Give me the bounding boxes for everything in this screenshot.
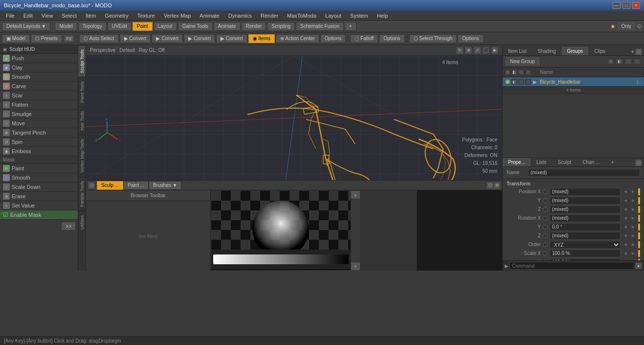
rotation-z-right-arrow[interactable]: ▶ <box>630 233 636 238</box>
position-z-right-arrow[interactable]: ▶ <box>630 207 636 211</box>
tab-groups[interactable]: Groups <box>562 47 589 55</box>
command-input[interactable] <box>510 262 634 270</box>
menu-system[interactable]: System <box>346 12 372 19</box>
tool-mask-smooth[interactable]: ~ Smooth <box>0 173 78 183</box>
menu-render[interactable]: Render <box>257 12 282 19</box>
expand-panel-icon[interactable]: ⬡ <box>487 182 493 189</box>
group-box1-icon[interactable]: □ <box>624 58 632 65</box>
menu-item[interactable]: Item <box>82 12 100 19</box>
position-y-right-arrow[interactable]: ▶ <box>630 198 636 203</box>
position-x-radio[interactable] <box>543 189 548 194</box>
action-center-button[interactable]: ⊕ Action Center <box>276 34 319 43</box>
perspective-label[interactable]: Perspective <box>90 47 115 53</box>
sidetab-sculpt-tools[interactable]: Sculpt Tools <box>78 45 86 77</box>
position-z-radio[interactable] <box>543 207 548 212</box>
default-layouts-dropdown[interactable]: Default Layouts ▼ <box>2 22 50 31</box>
vp-fit-icon[interactable]: ⤢ <box>474 47 481 54</box>
convert-button-3[interactable]: ▶ Convert <box>184 34 215 43</box>
position-x-left-arrow[interactable]: ◀ <box>622 189 628 194</box>
rotation-y-left-arrow[interactable]: ◀ <box>622 225 628 229</box>
tab-sculpt-props[interactable]: Sculpt <box>553 158 577 166</box>
position-y-radio[interactable] <box>543 198 548 203</box>
tab-model[interactable]: Model <box>55 22 77 31</box>
scale-x-radio[interactable] <box>543 251 548 256</box>
menu-maxtomodo[interactable]: MaxToModo <box>283 12 320 19</box>
tool-move[interactable]: ↔ Move <box>0 119 78 128</box>
scroll-down-icon[interactable]: ▼ <box>351 262 360 270</box>
tool-emboss[interactable]: ◉ Emboss <box>0 147 78 156</box>
position-x-input[interactable] <box>550 188 621 196</box>
menu-vertex-map[interactable]: Vertex Map <box>160 12 195 19</box>
convert-button-1[interactable]: ▶ Convert <box>120 34 151 43</box>
position-y-input[interactable] <box>550 197 621 205</box>
order-radio[interactable] <box>543 242 548 247</box>
tool-clay[interactable]: ◆ Clay <box>0 63 78 72</box>
rotation-x-radio[interactable] <box>543 216 548 221</box>
tool-mask-paint[interactable]: P Paint <box>0 164 78 173</box>
tab-lists[interactable]: Lists <box>531 158 552 166</box>
tab-topology[interactable]: Topology <box>78 22 107 31</box>
menu-file[interactable]: File <box>2 12 19 19</box>
rotation-z-radio[interactable] <box>543 233 548 238</box>
tab-game-tools[interactable]: Game Tools <box>178 22 213 31</box>
new-group-button[interactable]: New Group <box>506 57 539 66</box>
ray-gl-label[interactable]: Ray GL: Off <box>139 47 165 53</box>
rotation-x-input[interactable] <box>550 214 621 222</box>
tool-scar[interactable]: / Scar <box>0 91 78 100</box>
tab-channels[interactable]: Chan ... <box>577 158 605 166</box>
sidetab-hair-tools[interactable]: Hair Tools <box>78 107 86 135</box>
tab-render[interactable]: Render <box>242 22 266 31</box>
menu-dynamics[interactable]: Dynamics <box>224 12 256 19</box>
rotation-x-right-arrow[interactable]: ▶ <box>630 216 636 220</box>
tool-erase[interactable]: ⊗ Erase <box>0 192 78 201</box>
order-left-arrow[interactable]: ◀ <box>622 242 628 247</box>
vp-menu-icon[interactable]: ▶ <box>491 47 498 54</box>
tab-animate[interactable]: Animate <box>214 22 241 31</box>
order-right-arrow[interactable]: ▶ <box>630 242 636 247</box>
close-button[interactable]: ✕ <box>632 2 640 9</box>
rotation-y-radio[interactable] <box>543 225 548 230</box>
rotation-y-input[interactable] <box>550 223 621 231</box>
tab-clips[interactable]: Clips <box>589 47 610 55</box>
sidetab-paint-tools[interactable]: Paint Tools <box>78 77 86 107</box>
tool-smudge[interactable]: ◌ Smudge <box>0 110 78 119</box>
tab-uvedit[interactable]: UVEdit <box>108 22 132 31</box>
enable-mask-checkbox[interactable]: ☑ Enable Mask <box>0 210 78 220</box>
expand-props-icon[interactable]: ⬡ <box>635 160 642 166</box>
tab-layout[interactable]: Layout <box>154 22 177 31</box>
tab-scripting[interactable]: Scripting <box>267 22 295 31</box>
tab-schematic-fusion[interactable]: Schematic Fusion <box>296 22 343 31</box>
items-button[interactable]: ◉ Items <box>248 34 275 43</box>
tool-set-value[interactable]: = Set Value <box>0 201 78 210</box>
main-preview[interactable] <box>211 191 351 270</box>
sidetab-particle-tools[interactable]: Particle Tools <box>78 177 86 211</box>
scale-x-input[interactable] <box>550 250 621 257</box>
options-button-1[interactable]: Options <box>320 34 346 43</box>
maximize-button[interactable]: □ <box>622 2 630 9</box>
vp-expand-icon[interactable]: ⬛ <box>483 47 489 54</box>
group-box2-icon[interactable]: □ <box>633 58 641 65</box>
auto-select-button[interactable]: ⬡ Auto Select <box>79 34 118 43</box>
menu-geometry[interactable]: Geometry <box>101 12 132 19</box>
position-y-left-arrow[interactable]: ◀ <box>622 198 628 203</box>
vp-zoom-icon[interactable]: ⊕ <box>465 47 472 54</box>
group-eye-icon[interactable]: ⊙ <box>607 58 615 65</box>
default-label[interactable]: Default <box>119 47 135 53</box>
tab-item-list[interactable]: Item List <box>503 47 532 55</box>
only-button[interactable]: Only <box>618 23 635 30</box>
select-through-button[interactable]: ⬡ Select Through <box>409 34 457 43</box>
rotation-x-left-arrow[interactable]: ◀ <box>622 216 628 220</box>
falloff-button[interactable]: ◌ Falloff <box>350 34 378 43</box>
tool-spin[interactable]: ↺ Spin <box>0 138 78 147</box>
model-button[interactable]: ▣ Model <box>2 34 30 43</box>
tab-paint[interactable]: Paint <box>133 22 153 31</box>
group-item-row[interactable]: ◉ ◧ □ □ ▶ Bicycle_Handlebar (... <box>503 77 644 87</box>
paint-tab[interactable]: Paint ... <box>123 181 149 190</box>
convert-button-2[interactable]: ▶ Convert <box>152 34 183 43</box>
f2-label[interactable]: F2 <box>64 35 74 42</box>
rotation-z-input[interactable] <box>550 232 621 240</box>
convert-button-4[interactable]: ▶ Convert <box>216 34 247 43</box>
rotation-y-right-arrow[interactable]: ▶ <box>630 225 636 229</box>
order-select[interactable]: XYZ XZY YXZ <box>550 241 621 249</box>
options-button-3[interactable]: Options <box>458 34 483 43</box>
